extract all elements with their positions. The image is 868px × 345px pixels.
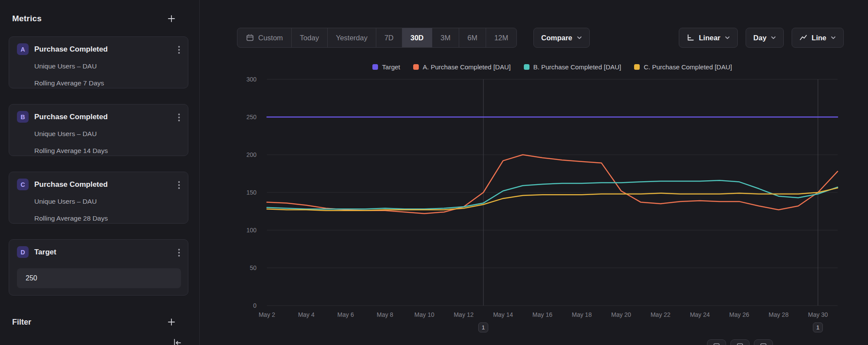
chart-option-icon [713, 342, 720, 345]
kebab-menu-icon [178, 46, 180, 54]
metric-card-b[interactable]: B Purchase Completed Unique Users – DAU … [9, 104, 188, 156]
y-axis-label: 200 [247, 151, 257, 158]
y-axis-label: 250 [247, 114, 257, 120]
plus-icon [168, 15, 175, 23]
metrics-header: Metrics [12, 11, 178, 26]
metric-card-c[interactable]: C Purchase Completed Unique Users – DAU … [9, 172, 188, 224]
chevron-down-icon [771, 36, 776, 39]
metric-menu-button[interactable] [174, 111, 184, 126]
metric-card-a[interactable]: A Purchase Completed Unique Users – DAU … [9, 36, 188, 88]
chart-type-select-button[interactable]: Line [792, 28, 844, 48]
range-yesterday-button[interactable]: Yesterday [327, 28, 376, 47]
linear-scale-icon [687, 34, 694, 42]
chart-option-button-3[interactable] [754, 339, 773, 345]
line-chart[interactable]: 050100150200250300May 2May 4May 6May 8Ma… [200, 61, 868, 345]
metric-badge: B [17, 111, 29, 123]
metric-menu-button[interactable] [174, 178, 184, 193]
range-12m-button[interactable]: 12M [486, 28, 516, 47]
x-axis-label: May 14 [493, 311, 513, 318]
granularity-select-button[interactable]: Day [746, 28, 784, 48]
add-metric-button[interactable] [164, 12, 178, 26]
x-axis-label: May 22 [651, 311, 671, 318]
chart-type-label: Line [812, 34, 826, 42]
range-label: 30D [411, 34, 424, 42]
scale-select-button[interactable]: Linear [679, 28, 738, 48]
range-label: 6M [467, 34, 477, 42]
x-axis-label: May 12 [454, 311, 473, 318]
x-axis-label: May 20 [611, 311, 631, 318]
compare-button[interactable]: Compare [533, 28, 590, 48]
metric-subtitle: Unique Users – DAU [34, 198, 97, 205]
metric-badge: C [17, 179, 29, 190]
range-3m-button[interactable]: 3M [432, 28, 459, 47]
kebab-menu-icon [178, 181, 180, 189]
x-axis-label: May 6 [337, 311, 354, 318]
metric-title: Purchase Completed [34, 180, 108, 189]
calendar-icon [246, 33, 254, 42]
y-axis-label: 100 [247, 227, 257, 234]
annotation-badge[interactable]: 1 [813, 322, 823, 332]
range-label: Today [300, 34, 319, 42]
y-axis-label: 300 [247, 76, 257, 83]
chevron-down-icon [831, 36, 836, 39]
date-range-segmented-control: Custom Today Yesterday 7D 30D 3M 6M 12M [237, 28, 517, 48]
chart-option-button-2[interactable] [730, 339, 750, 345]
series-line[interactable] [267, 188, 838, 211]
metric-detail: Rolling Average 7 Days [34, 79, 104, 87]
target-card[interactable]: D Target [9, 239, 188, 296]
plus-icon [168, 318, 175, 326]
date-range-toolbar: Custom Today Yesterday 7D 30D 3M 6M 12M … [237, 28, 590, 48]
y-axis-label: 0 [253, 302, 256, 309]
x-axis-label: May 28 [769, 311, 789, 318]
metric-subtitle: Unique Users – DAU [34, 130, 97, 138]
chevron-down-icon [577, 36, 582, 39]
kebab-menu-icon [178, 113, 180, 122]
range-label: Yesterday [336, 34, 368, 42]
x-axis-label: May 24 [690, 311, 710, 318]
sidebar: Metrics A Purchase Completed Unique User… [0, 0, 200, 345]
x-axis-label: May 26 [729, 311, 749, 318]
x-axis-label: May 8 [377, 311, 393, 318]
filter-title: Filter [12, 318, 31, 327]
metric-badge: A [17, 43, 29, 55]
chart-options-toolbar: Linear Day Line [679, 28, 844, 48]
chevron-down-icon [725, 36, 730, 39]
range-label: 7D [385, 34, 394, 42]
y-axis-label: 150 [247, 189, 257, 196]
range-today-button[interactable]: Today [291, 28, 327, 47]
x-axis-label: May 2 [259, 311, 275, 318]
metric-detail: Rolling Average 28 Days [34, 215, 108, 222]
range-6m-button[interactable]: 6M [459, 28, 486, 47]
line-chart-icon [799, 34, 807, 42]
annotation-badge[interactable]: 1 [478, 322, 488, 332]
bottom-chart-tools [707, 339, 773, 345]
x-axis-label: May 30 [808, 311, 828, 318]
target-value-input[interactable] [17, 268, 181, 288]
filter-header: Filter [12, 315, 178, 329]
range-7d-button[interactable]: 7D [376, 28, 402, 47]
x-axis-label: May 16 [533, 311, 552, 318]
x-axis-label: May 18 [572, 311, 592, 318]
range-label: 3M [441, 34, 450, 42]
collapse-sidebar-button[interactable] [170, 336, 184, 345]
metric-menu-button[interactable] [174, 43, 184, 58]
x-axis-label: May 4 [298, 311, 315, 318]
metric-detail: Rolling Average 14 Days [34, 147, 108, 155]
metric-title: Purchase Completed [34, 113, 108, 121]
chart-option-icon [760, 342, 767, 345]
range-30d-button[interactable]: 30D [402, 28, 432, 47]
range-label: 12M [494, 34, 508, 42]
scale-label: Linear [699, 34, 720, 42]
x-axis-label: May 10 [414, 311, 434, 318]
add-filter-button[interactable] [164, 315, 178, 329]
app: Metrics A Purchase Completed Unique User… [0, 0, 868, 345]
metric-title: Purchase Completed [34, 45, 108, 54]
range-custom-button[interactable]: Custom [237, 28, 291, 47]
chart-option-button-1[interactable] [707, 339, 726, 345]
metric-menu-button[interactable] [174, 246, 184, 261]
granularity-label: Day [753, 34, 766, 42]
metric-badge: D [17, 246, 29, 258]
target-title: Target [34, 248, 56, 257]
kebab-menu-icon [178, 248, 180, 257]
range-label: Custom [258, 34, 283, 42]
